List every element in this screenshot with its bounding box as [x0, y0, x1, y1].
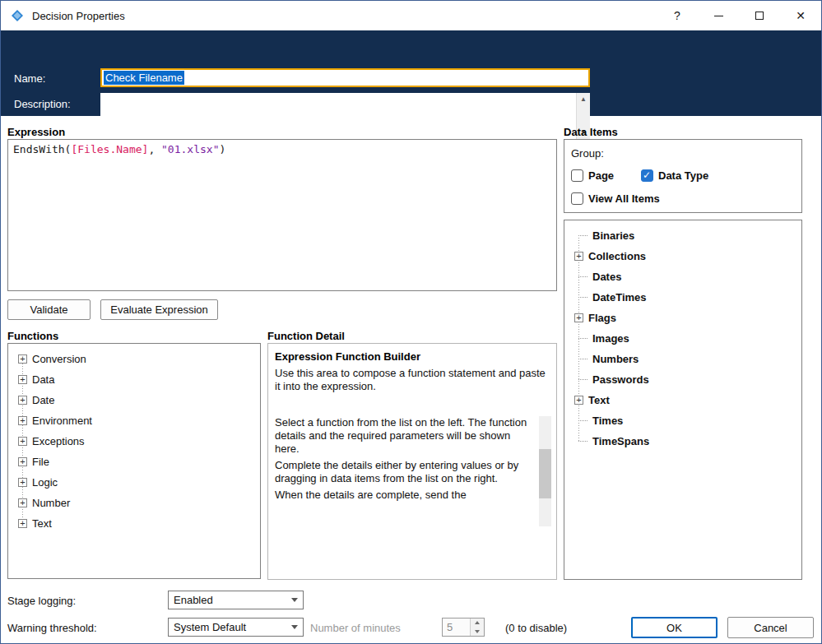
data-items-group-filter: Group: Page Data Type View All Items [564, 139, 802, 213]
checkbox-checked-icon[interactable] [641, 169, 653, 182]
checkbox-view-all-items[interactable]: View All Items [571, 192, 660, 205]
expand-icon[interactable] [18, 478, 27, 487]
expand-icon[interactable] [18, 416, 27, 425]
checkbox-page[interactable]: Page [571, 169, 614, 182]
expression-section-label: Expression [7, 126, 65, 138]
description-label: Description: [14, 98, 71, 110]
ok-button[interactable]: OK [631, 617, 718, 638]
expression-editor[interactable]: EndsWith([Files.Name], "01.xlsx") [7, 139, 557, 291]
close-button[interactable]: ✕ [780, 1, 821, 30]
help-paragraph: When the details are complete, send the [275, 489, 535, 502]
function-detail-heading: Expression Function Builder [275, 350, 420, 363]
minimize-button[interactable] [698, 1, 739, 30]
data-type-timespans[interactable]: TimeSpans [564, 431, 801, 452]
stage-logging-dropdown[interactable]: Enabled [168, 591, 304, 609]
function-detail-panel: Expression Function Builder Use this are… [267, 343, 557, 580]
expand-icon[interactable] [18, 457, 27, 466]
help-button[interactable]: ? [657, 1, 698, 30]
checkbox-icon[interactable] [571, 169, 583, 182]
expression-literal-text: "01.xlsx" [161, 143, 219, 155]
stage-logging-label: Stage logging: [7, 595, 76, 607]
expand-icon[interactable] [574, 396, 583, 405]
function-group-environment[interactable]: Environment [8, 410, 260, 431]
chevron-down-icon [291, 598, 298, 602]
expression-separator-text: , [148, 143, 161, 155]
function-group-data[interactable]: Data [8, 369, 260, 390]
minutes-stepper[interactable]: 5 [442, 618, 485, 637]
functions-tree: Conversion Data Date Environment Excepti… [7, 343, 261, 579]
warning-threshold-label: Warning threshold: [7, 622, 97, 634]
expand-icon[interactable] [18, 519, 27, 528]
stepper-down-button[interactable] [471, 628, 484, 637]
function-group-number[interactable]: Number [8, 493, 260, 513]
data-type-flags[interactable]: Flags [564, 308, 801, 328]
expand-icon[interactable] [18, 354, 27, 364]
scrollbar-thumb[interactable] [539, 449, 551, 498]
function-group-logic[interactable]: Logic [8, 472, 260, 493]
validate-button[interactable]: Validate [7, 299, 91, 320]
window-title: Decision Properties [32, 10, 125, 22]
data-type-datetimes[interactable]: DateTimes [564, 287, 801, 308]
chevron-down-icon [291, 625, 298, 629]
function-detail-intro: Use this area to compose a function stat… [275, 367, 551, 393]
name-input[interactable]: Check Filename [100, 68, 590, 87]
expression-function-text: EndsWith( [13, 143, 71, 155]
data-type-collections[interactable]: Collections [564, 246, 801, 266]
data-type-numbers[interactable]: Numbers [564, 349, 801, 369]
function-group-exceptions[interactable]: Exceptions [8, 431, 260, 452]
disable-hint-label: (0 to disable) [505, 622, 567, 634]
name-label: Name: [14, 72, 45, 85]
help-paragraph: Complete the details either by entering … [275, 459, 535, 485]
expand-icon[interactable] [18, 498, 27, 507]
description-value [100, 93, 576, 139]
data-type-text[interactable]: Text [564, 390, 801, 410]
scroll-up-icon[interactable]: ▲ [580, 93, 587, 106]
expand-icon[interactable] [574, 252, 583, 261]
warning-threshold-dropdown[interactable]: System Default [168, 618, 304, 637]
name-value-selected: Check Filename [104, 71, 184, 85]
expand-icon[interactable] [18, 396, 27, 405]
checkbox-icon[interactable] [571, 192, 583, 205]
expand-icon[interactable] [574, 313, 583, 322]
properties-header: Name: Check Filename Description: ▲ ▼ [1, 30, 821, 116]
expression-close-text: ) [219, 143, 225, 155]
maximize-button[interactable] [739, 1, 780, 30]
data-type-dates[interactable]: Dates [564, 266, 801, 287]
expand-icon[interactable] [18, 375, 27, 384]
decision-properties-dialog: Decision Properties ? ✕ Name: Check File… [0, 0, 822, 644]
function-group-date[interactable]: Date [8, 390, 260, 410]
cancel-button[interactable]: Cancel [727, 617, 814, 638]
maximize-icon [755, 12, 764, 20]
expression-dataitem-text: [Files.Name] [71, 143, 148, 155]
stepper-up-button[interactable] [471, 619, 484, 628]
arrow-down-icon [475, 630, 480, 633]
function-group-text[interactable]: Text [8, 513, 260, 534]
number-of-minutes-label: Number of minutes [310, 622, 401, 634]
function-detail-section-label: Function Detail [267, 330, 345, 342]
group-label: Group: [571, 147, 604, 160]
evaluate-expression-button[interactable]: Evaluate Expression [100, 299, 218, 320]
function-group-file[interactable]: File [8, 452, 260, 472]
description-textarea[interactable]: ▲ ▼ [100, 93, 590, 139]
functions-section-label: Functions [7, 330, 58, 342]
data-type-binaries[interactable]: Binaries [564, 225, 801, 246]
data-type-times[interactable]: Times [564, 410, 801, 431]
title-bar: Decision Properties ? ✕ [1, 1, 821, 30]
data-items-section-label: Data Items [564, 126, 618, 138]
help-scrollbar[interactable] [539, 416, 551, 526]
help-paragraph: Select a function from the list on the l… [275, 416, 535, 456]
data-items-tree: Binaries Collections Dates DateTimes Fla… [564, 220, 802, 580]
data-type-passwords[interactable]: Passwords [564, 369, 801, 390]
function-detail-help: Select a function from the list on the l… [275, 416, 551, 526]
function-group-conversion[interactable]: Conversion [8, 349, 260, 369]
minimize-icon [714, 16, 723, 16]
app-icon [11, 9, 24, 22]
minutes-value: 5 [443, 619, 470, 636]
caption-buttons: ? ✕ [657, 1, 821, 30]
data-type-images[interactable]: Images [564, 328, 801, 349]
checkbox-data-type[interactable]: Data Type [641, 169, 708, 182]
expand-icon[interactable] [18, 437, 27, 446]
arrow-up-icon [475, 621, 480, 624]
